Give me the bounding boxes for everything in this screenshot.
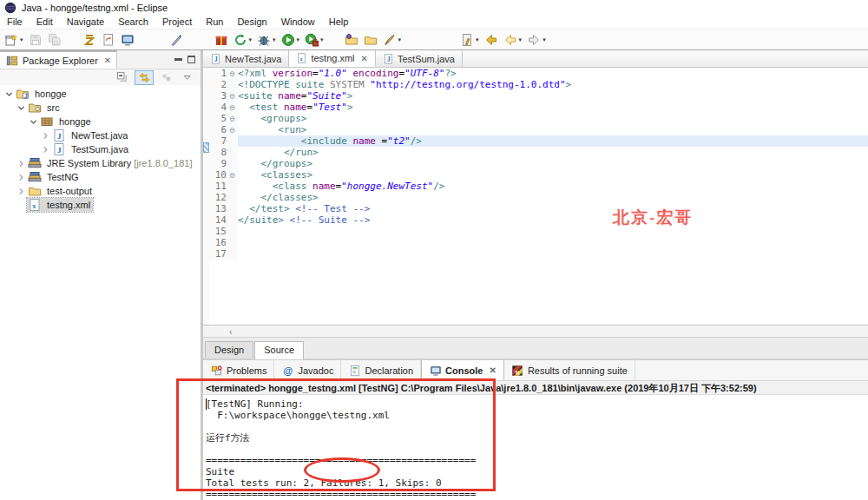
view-tab-problems[interactable]: Problems xyxy=(203,360,274,380)
back-history-button[interactable]: ▾ xyxy=(501,30,525,49)
editor-tab-newtest-java[interactable]: JNewTest.java xyxy=(203,50,289,67)
code-line-4[interactable]: 4⊖ <test name="Test"> xyxy=(209,102,868,113)
collapse-all-button[interactable] xyxy=(113,70,132,85)
tree-item-src[interactable]: src xyxy=(0,101,201,115)
code-line-6[interactable]: 6⊖ <run> xyxy=(209,124,868,135)
dropdown-arrow-icon[interactable]: ▾ xyxy=(249,36,253,43)
tree-item-hongge[interactable]: Jhongge xyxy=(0,87,201,101)
dropdown-arrow-icon[interactable]: ▾ xyxy=(273,36,276,43)
collapsed-arrow-icon[interactable] xyxy=(40,145,51,155)
menu-file[interactable]: File xyxy=(0,16,30,28)
dropdown-arrow-icon[interactable]: ▾ xyxy=(20,36,23,43)
close-icon[interactable]: ✕ xyxy=(104,56,111,65)
xml-editor[interactable]: 1⊖<?xml version="1.0" encoding="UTF-8"?>… xyxy=(203,68,868,325)
code-line-8[interactable]: 8 </run> xyxy=(209,147,868,158)
tree-item-jre-system-library[interactable]: JRE System Library [jre1.8.0_181] xyxy=(0,156,201,170)
fold-marker-icon[interactable]: ⊖ xyxy=(227,90,238,102)
code-line-2[interactable]: 2<!DOCTYPE suite SYSTEM "http://testng.o… xyxy=(209,79,868,90)
menu-search[interactable]: Search xyxy=(111,16,155,28)
view-menu-button[interactable] xyxy=(178,70,197,85)
code-line-9[interactable]: 9 </groups> xyxy=(209,158,868,169)
editor-tab-testsum-java[interactable]: JTestSum.java xyxy=(376,50,463,67)
annotate-button[interactable]: ▾ xyxy=(457,30,482,49)
maximize-icon[interactable] xyxy=(187,56,195,63)
import-folder-button[interactable] xyxy=(342,30,361,49)
view-tab-console[interactable]: Console✕ xyxy=(421,360,504,380)
console-output[interactable]: [TestNG] Running: F:\workspace\hongge\te… xyxy=(203,395,868,500)
fold-marker-icon[interactable]: ⊖ xyxy=(227,102,238,113)
scroll-left-icon[interactable]: ‹ xyxy=(229,327,233,336)
dropdown-arrow-icon[interactable]: ▾ xyxy=(398,36,402,43)
sync-file-button[interactable] xyxy=(99,30,118,49)
view-tab-declaration[interactable]: Declaration xyxy=(341,360,421,380)
view-tab-javadoc[interactable]: @Javadoc xyxy=(274,360,341,380)
close-icon[interactable]: ✕ xyxy=(361,54,368,63)
run-locked-button[interactable]: ▾ xyxy=(302,30,326,49)
code-line-14[interactable]: 14</suite> <!-- Suite --> xyxy=(209,214,868,226)
code-line-17[interactable]: 17 xyxy=(209,248,868,260)
menu-help[interactable]: Help xyxy=(322,16,356,28)
menu-run[interactable]: Run xyxy=(199,16,230,28)
refresh-button[interactable]: ▾ xyxy=(231,30,255,49)
code-line-7[interactable]: 7 <include name ="t2"/> xyxy=(209,135,868,147)
fold-marker-icon[interactable]: ⊖ xyxy=(227,68,238,79)
dropdown-arrow-icon[interactable]: ▾ xyxy=(297,36,300,43)
tree-item-newtest-java[interactable]: JNewTest.java xyxy=(0,128,201,142)
menu-design[interactable]: Design xyxy=(230,16,273,28)
code-line-16[interactable]: 16 xyxy=(209,237,868,248)
editor-tab-testng-xml[interactable]: xtestng.xml✕ xyxy=(289,50,376,67)
tree-item-test-output[interactable]: test-output xyxy=(0,184,201,198)
menu-window[interactable]: Window xyxy=(274,16,322,28)
save-button[interactable] xyxy=(26,30,45,49)
menu-navigate[interactable]: Navigate xyxy=(60,16,111,28)
code-line-1[interactable]: 1⊖<?xml version="1.0" encoding="UTF-8"?> xyxy=(209,68,868,79)
tree-item-testng-xml[interactable]: xtestng.xml xyxy=(0,198,201,212)
dropdown-arrow-icon[interactable]: ▾ xyxy=(320,36,324,43)
code-line-3[interactable]: 3⊖<suite name="Suite"> xyxy=(209,90,868,102)
code-line-15[interactable]: 15 xyxy=(209,226,868,237)
save-all-button[interactable] xyxy=(45,30,64,49)
debug-button[interactable]: ▾ xyxy=(254,30,279,49)
annotation-ruler[interactable] xyxy=(203,68,209,325)
link-with-editor-button[interactable] xyxy=(135,70,154,85)
fold-marker-icon[interactable]: ⊖ xyxy=(227,113,238,124)
run-button[interactable]: ▾ xyxy=(279,30,303,49)
tab-package-explorer[interactable]: Package Explorer ✕ xyxy=(0,50,117,69)
dropdown-arrow-icon[interactable]: ▾ xyxy=(519,36,523,43)
tree-item-hongge[interactable]: hongge xyxy=(0,115,201,128)
back-button[interactable] xyxy=(482,30,501,49)
close-icon[interactable]: ✕ xyxy=(490,365,496,375)
code-line-10[interactable]: 10⊖ <classes> xyxy=(209,169,868,181)
collapsed-arrow-icon[interactable] xyxy=(16,173,27,182)
code-line-11[interactable]: 11 <class name="hongge.NewTest"/> xyxy=(209,181,868,192)
code-line-5[interactable]: 5⊖ <groups> xyxy=(209,113,868,124)
tree-item-testsum-java[interactable]: JTestSum.java xyxy=(0,142,201,156)
testng-xml-button[interactable] xyxy=(80,30,99,49)
dropdown-arrow-icon[interactable]: ▾ xyxy=(542,36,546,43)
mark-occurrences-button[interactable] xyxy=(167,30,186,49)
editor-horizontal-scrollbar[interactable]: ‹ xyxy=(203,325,868,337)
page-tab-design[interactable]: Design xyxy=(205,341,253,359)
fold-marker-icon[interactable]: ⊖ xyxy=(227,169,238,181)
code-line-13[interactable]: 13 </test> <!-- Test --> xyxy=(209,203,868,214)
format-brush-button[interactable]: ▾ xyxy=(380,30,404,49)
new-wizard-button[interactable]: ▾ xyxy=(2,30,26,49)
new-package-button[interactable] xyxy=(212,30,231,49)
collapsed-arrow-icon[interactable] xyxy=(16,187,27,196)
menu-project[interactable]: Project xyxy=(155,16,199,28)
export-folder-button[interactable] xyxy=(361,30,380,49)
fold-marker-icon[interactable]: ⊖ xyxy=(227,124,238,135)
expanded-arrow-icon[interactable] xyxy=(16,103,27,113)
expanded-arrow-icon[interactable] xyxy=(28,117,39,127)
expanded-arrow-icon[interactable] xyxy=(3,89,15,99)
code-line-12[interactable]: 12 </classes> xyxy=(209,192,868,203)
view-tab-results-of-running-suite[interactable]: NResults of running suite xyxy=(504,360,635,380)
dropdown-arrow-icon[interactable]: ▾ xyxy=(476,36,479,43)
collapsed-arrow-icon[interactable] xyxy=(40,131,51,141)
collapsed-arrow-icon[interactable] xyxy=(16,159,27,168)
remote-console-button[interactable] xyxy=(118,30,137,49)
tree-item-testng[interactable]: TestNG xyxy=(0,170,201,184)
forward-button[interactable]: ▾ xyxy=(524,30,549,49)
menu-edit[interactable]: Edit xyxy=(30,16,60,28)
page-tab-source[interactable]: Source xyxy=(254,341,304,359)
